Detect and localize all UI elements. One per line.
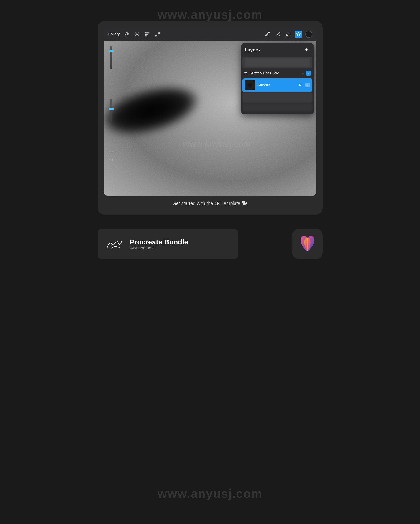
adjust-icon[interactable] xyxy=(134,31,140,37)
layers-panel: Layers + Your Artwork Goes Here ⌄ ✓ xyxy=(241,43,314,114)
redo-button[interactable]: ↪ xyxy=(109,157,113,163)
brand-text: Procreate Bundle www.fazdes.com xyxy=(130,238,188,250)
layer-group-inner-top xyxy=(245,58,310,67)
left-sidebar: ↩ ↪ xyxy=(104,41,118,196)
artwork-group-label: Your Artwork Goes Here xyxy=(244,71,300,75)
eraser-icon[interactable] xyxy=(285,31,292,38)
artwork-group-row[interactable]: Your Artwork Goes Here ⌄ ✓ xyxy=(241,69,314,78)
group-visibility-checkbox[interactable]: ✓ xyxy=(306,71,311,76)
svg-line-1 xyxy=(158,32,159,34)
brush-size-indicator xyxy=(109,71,114,72)
smudge-icon[interactable] xyxy=(144,31,150,37)
wrench-icon[interactable] xyxy=(123,31,130,37)
layer-thumb-content xyxy=(245,80,255,90)
procreate-app-icon xyxy=(297,233,318,254)
svg-line-2 xyxy=(156,35,157,36)
toolbar-right xyxy=(264,31,312,38)
brush-size-thumb[interactable] xyxy=(109,50,114,52)
layers-panel-button[interactable] xyxy=(295,31,302,38)
brand-name: Procreate Bundle xyxy=(130,238,188,246)
canvas-watermark: www.anyusj.com xyxy=(183,139,251,149)
bottom-section: Procreate Bundle www.fazdes.com xyxy=(97,229,323,259)
toolbar: Gallery xyxy=(104,28,316,41)
brush-size-slider[interactable] xyxy=(110,45,112,69)
brush-size-control[interactable] xyxy=(109,45,114,73)
procreate-ui: Gallery xyxy=(104,28,316,196)
selection-tool[interactable] xyxy=(108,83,114,90)
add-layer-button[interactable]: + xyxy=(303,46,310,53)
brush-opacity-control[interactable] xyxy=(109,98,114,126)
calligraphy-icon[interactable] xyxy=(274,31,281,38)
watermark-bottom: www.anyusj.com xyxy=(158,487,263,500)
canvas-area[interactable]: www.anyusj.com xyxy=(104,41,316,196)
active-layer-row[interactable]: Artwork N ✓ xyxy=(243,78,312,92)
ipad-card: Gallery xyxy=(97,21,323,215)
artwork-blob xyxy=(104,77,204,144)
procreate-icon-card xyxy=(292,229,323,259)
caption-text: Get started with the 4K Template file xyxy=(104,201,316,206)
gallery-button[interactable]: Gallery xyxy=(108,32,120,36)
layer-blurred-1 xyxy=(243,92,312,103)
layer-thumbnail xyxy=(245,80,255,90)
group-chevron-icon: ⌄ xyxy=(302,71,304,75)
brush-opacity-thumb[interactable] xyxy=(109,108,114,110)
opacity-indicator xyxy=(109,124,114,125)
layers-title: Layers xyxy=(245,47,260,52)
undo-button[interactable]: ↩ xyxy=(109,149,113,155)
layer-mode-label: N xyxy=(299,84,301,87)
pen-icon[interactable] xyxy=(264,31,271,38)
layer-name-label: Artwork xyxy=(257,83,297,87)
transform-icon[interactable] xyxy=(154,31,161,37)
brand-logo xyxy=(104,235,125,253)
svg-marker-3 xyxy=(297,33,300,35)
layer-visibility-checkbox[interactable]: ✓ xyxy=(305,83,310,87)
color-picker[interactable] xyxy=(305,31,312,38)
brand-card: Procreate Bundle www.fazdes.com xyxy=(97,229,238,259)
watermark-top: www.anyusj.com xyxy=(158,8,263,22)
brand-url: www.fazdes.com xyxy=(130,246,188,250)
layer-group-top[interactable] xyxy=(243,57,312,68)
brush-opacity-slider[interactable] xyxy=(110,98,112,122)
layers-header: Layers + xyxy=(241,43,314,56)
layer-blurred-2 xyxy=(243,103,312,112)
svg-point-0 xyxy=(136,34,138,35)
layers-bottom-padding xyxy=(241,112,314,114)
toolbar-left: Gallery xyxy=(108,31,161,37)
